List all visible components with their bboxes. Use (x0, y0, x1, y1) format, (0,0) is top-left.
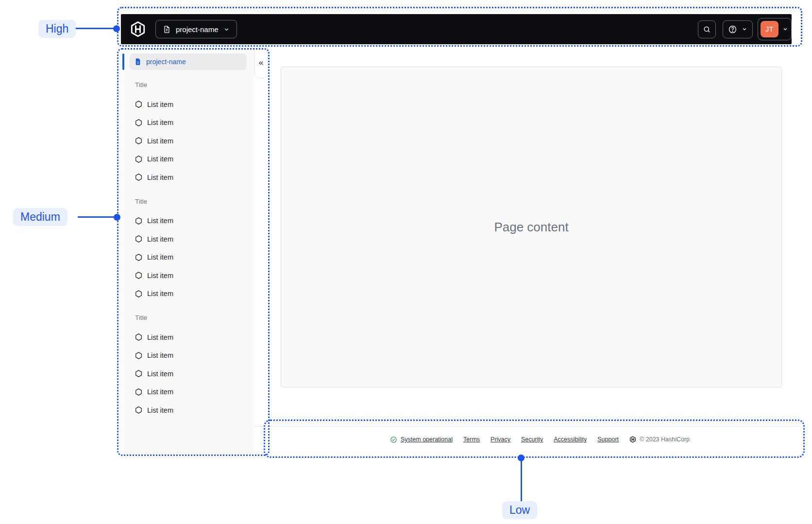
annotation-label-medium: Medium (13, 208, 68, 226)
double-chevron-left-icon: « (259, 58, 263, 67)
footer-link-security[interactable]: Security (521, 436, 543, 443)
footer-link-terms[interactable]: Terms (463, 436, 480, 443)
file-text-icon (134, 58, 142, 66)
annotation-connector-medium (78, 216, 117, 218)
hexagon-icon (135, 406, 143, 414)
file-text-icon (163, 25, 171, 34)
annotation-dot-high (113, 25, 120, 32)
annotation-connector-low (521, 459, 522, 502)
top-navbar: project-name (121, 14, 792, 44)
help-menu-button[interactable] (723, 20, 753, 38)
hexagon-icon (135, 100, 143, 108)
sidebar-item-label: List item (147, 290, 173, 297)
sidebar-list-item[interactable]: List item (121, 365, 254, 383)
hexagon-icon (135, 351, 143, 360)
page: project-name (0, 0, 812, 524)
sidebar-project-label: project-name (146, 58, 186, 66)
project-switcher-button[interactable]: project-name (155, 20, 237, 38)
footer-brand: © 2023 HashiCorp (629, 436, 690, 443)
sidebar-item-label: List item (147, 155, 173, 163)
chevron-down-icon (782, 26, 788, 32)
footer-divider (254, 426, 800, 427)
hexagon-icon (135, 155, 143, 163)
active-item-indicator (122, 53, 124, 70)
chevron-down-icon (742, 26, 747, 32)
sidebar-item-label: List item (147, 119, 173, 126)
page-content-area: Page content (281, 67, 782, 387)
chevron-down-icon (223, 26, 230, 33)
hexagon-icon (135, 369, 143, 378)
annotation-label-high: High (38, 20, 76, 38)
sidebar-list-item[interactable]: List item (121, 347, 254, 365)
hexagon-icon (135, 119, 143, 127)
hexagon-icon (135, 173, 143, 181)
hashicorp-logo-icon (130, 21, 146, 37)
sidebar: project-name TitleList itemList itemList… (121, 47, 254, 453)
avatar: JT (761, 21, 778, 37)
sidebar-list-item[interactable]: List item (121, 150, 254, 169)
hexagon-icon (135, 333, 143, 341)
annotation-dot-low (518, 454, 524, 461)
page-content-placeholder: Page content (494, 220, 568, 235)
hashicorp-logo-icon (629, 436, 636, 443)
sidebar-list-item[interactable]: List item (121, 328, 254, 347)
sidebar-item-label: List item (147, 272, 173, 279)
system-status-link[interactable]: System operational (390, 436, 453, 443)
check-circle-icon (390, 436, 397, 443)
sidebar-section: TitleList itemList itemList itemList ite… (121, 198, 254, 303)
sidebar-list-item[interactable]: List item (121, 248, 254, 267)
hexagon-icon (135, 388, 143, 396)
sidebar-section: TitleList itemList itemList itemList ite… (121, 314, 254, 419)
sidebar-item-label: List item (147, 174, 173, 181)
sidebar-item-label: List item (147, 388, 173, 396)
sidebar-item-label: List item (147, 253, 173, 261)
sidebar-item-label: List item (147, 235, 173, 243)
question-circle-icon (728, 25, 737, 34)
sidebar-item-label: List item (147, 333, 173, 341)
annotation-label-low: Low (502, 501, 537, 519)
sidebar-section-title: Title (121, 81, 254, 91)
sidebar-project-item[interactable]: project-name (130, 53, 247, 70)
sidebar-item-label: List item (147, 217, 173, 225)
sidebar-item-label: List item (147, 351, 173, 359)
magnifier-icon (703, 25, 711, 34)
sidebar-item-label: List item (147, 370, 173, 378)
sidebar-item-label: List item (147, 137, 173, 145)
footer: System operational TermsPrivacySecurityA… (390, 431, 690, 448)
footer-link-support[interactable]: Support (597, 436, 619, 443)
annotation-dot-medium (114, 214, 120, 221)
hexagon-icon (135, 235, 143, 243)
sidebar-section-title: Title (121, 198, 254, 208)
system-status-label: System operational (401, 436, 453, 443)
sidebar-list-item[interactable]: List item (121, 95, 254, 114)
sidebar-item-label: List item (147, 101, 173, 108)
sidebar-list-item[interactable]: List item (121, 285, 254, 303)
footer-links: TermsPrivacySecurityAccessibilitySupport (463, 436, 619, 443)
sidebar-list-item[interactable]: List item (121, 132, 254, 150)
sidebar-collapse-button[interactable]: « (254, 47, 268, 78)
sidebar-section-title: Title (121, 314, 254, 324)
sidebar-list-item[interactable]: List item (121, 266, 254, 285)
footer-link-accessibility[interactable]: Accessibility (554, 436, 587, 443)
sidebar-list-item[interactable]: List item (121, 383, 254, 402)
sidebar-list-item[interactable]: List item (121, 230, 254, 248)
hexagon-icon (135, 137, 143, 145)
sidebar-list-item[interactable]: List item (121, 168, 254, 187)
project-switcher-label: project-name (176, 25, 219, 34)
hexagon-icon (135, 290, 143, 298)
sidebar-list-item[interactable]: List item (121, 212, 254, 230)
sidebar-item-label: List item (147, 406, 173, 414)
search-button[interactable] (698, 20, 716, 38)
sidebar-section: TitleList itemList itemList itemList ite… (121, 81, 254, 187)
hexagon-icon (135, 217, 143, 225)
sidebar-sections: TitleList itemList itemList itemList ite… (121, 47, 254, 419)
hexagon-icon (135, 271, 143, 279)
sidebar-list-item[interactable]: List item (121, 114, 254, 132)
annotation-connector-high (76, 28, 117, 29)
hexagon-icon (135, 253, 143, 262)
sidebar-list-item[interactable]: List item (121, 401, 254, 419)
copyright-text: © 2023 HashiCorp (640, 436, 690, 443)
user-menu-button[interactable]: JT (758, 18, 792, 40)
footer-link-privacy[interactable]: Privacy (491, 436, 510, 443)
